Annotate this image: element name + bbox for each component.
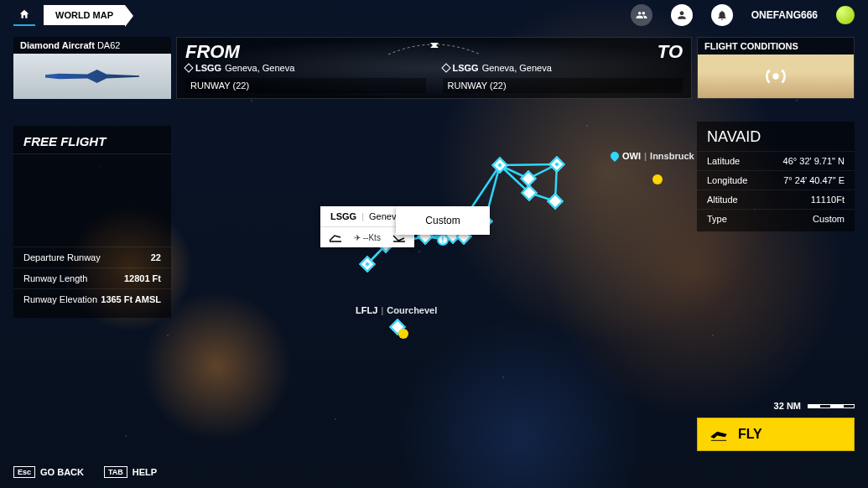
group-icon: [636, 9, 647, 21]
bell-icon: [716, 9, 728, 21]
navaid-label: Altitude: [707, 195, 738, 205]
diamond-icon: [441, 63, 450, 72]
poi-marker[interactable]: [398, 329, 408, 339]
custom-popup[interactable]: Custom: [396, 206, 490, 235]
poi-marker[interactable]: [652, 174, 663, 184]
tab-key: TAB: [104, 466, 127, 478]
aircraft-model: DA62: [97, 40, 121, 50]
navaid-title: NAVAID: [697, 128, 855, 151]
pin-icon: [609, 150, 621, 162]
notifications-icon-button[interactable]: [711, 4, 733, 26]
navaid-row: Altitude11110Ft: [697, 189, 855, 209]
go-back-hint[interactable]: Esc GO BACK: [13, 466, 84, 478]
fly-label: FLY: [738, 427, 762, 442]
label-code: LFLJ: [356, 305, 377, 315]
ff-value: 1365 Ft AMSL: [101, 294, 161, 304]
ff-row: Runway Length12801 Ft: [13, 267, 171, 288]
free-flight-panel: FREE FLIGHT Departure Runway22 Runway Le…: [13, 126, 171, 318]
breadcrumb[interactable]: WORLD MAP: [44, 5, 125, 25]
profile-icon-button[interactable]: [671, 4, 693, 26]
free-flight-title: FREE FLIGHT: [13, 134, 171, 154]
help-hint[interactable]: TAB HELP: [104, 466, 157, 478]
ff-row: Departure Runway22: [13, 247, 171, 267]
navaid-row: Longitude7° 24' 40.47" E: [697, 170, 855, 189]
ff-label: Runway Elevation: [23, 294, 97, 304]
navaid-value: 11110Ft: [811, 195, 845, 205]
to-label: TO: [657, 41, 683, 63]
navaid-value: Custom: [813, 214, 845, 224]
aircraft-image: [13, 54, 171, 99]
svg-point-0: [772, 73, 779, 80]
map-label-courchevel[interactable]: LFLJ | Courchevel: [356, 305, 437, 315]
to-name: Geneva, Geneva: [482, 63, 552, 73]
group-icon-button[interactable]: [631, 4, 652, 26]
navaid-label: Latitude: [707, 156, 740, 166]
esc-key: Esc: [13, 466, 35, 478]
takeoff-icon: [709, 427, 728, 442]
ff-value: 12801 Ft: [124, 273, 161, 283]
navaid-value: 46° 32' 9.71" N: [783, 156, 845, 166]
navaid-row: TypeCustom: [697, 209, 855, 228]
help-label: HELP: [133, 467, 157, 477]
label-code: OWI: [622, 151, 641, 161]
fly-button[interactable]: FLY: [697, 418, 855, 451]
departure-icon[interactable]: [329, 232, 342, 242]
home-button[interactable]: [13, 4, 35, 26]
aircraft-card[interactable]: Diamond Aircraft DA62: [13, 37, 171, 99]
popup-kts: ✈ --Kts: [354, 233, 381, 242]
username: ONEFANG666: [751, 9, 818, 21]
ff-label: Departure Runway: [23, 252, 101, 262]
from-code: LSGG: [195, 63, 221, 73]
diamond-icon: [184, 63, 193, 72]
from-runway[interactable]: RUNWAY (22): [185, 78, 426, 93]
navaid-label: Longitude: [707, 175, 747, 185]
scale-label: 32 NM: [774, 401, 801, 411]
navaid-value: 7° 24' 40.47" E: [783, 175, 845, 185]
from-label: FROM: [185, 41, 240, 63]
ff-value: 22: [151, 252, 161, 262]
user-avatar[interactable]: [836, 6, 855, 24]
map-label-innsbruck[interactable]: OWI | Innsbruck: [611, 151, 694, 161]
map-scale: 32 NM: [774, 401, 855, 411]
to-code: LSGG: [453, 63, 479, 73]
flight-conditions-card[interactable]: FLIGHT CONDITIONS: [697, 37, 855, 99]
popup-code: LSGG: [330, 211, 356, 221]
go-back-label: GO BACK: [40, 467, 84, 477]
route-arc-icon: [384, 39, 485, 56]
to-runway[interactable]: RUNWAY (22): [443, 78, 683, 93]
navaid-row: Latitude46° 32' 9.71" N: [697, 151, 855, 170]
conditions-title: FLIGHT CONDITIONS: [698, 38, 854, 55]
from-name: Geneva, Geneva: [225, 63, 294, 73]
ff-row: Runway Elevation1365 Ft AMSL: [13, 288, 171, 309]
aircraft-make: Diamond Aircraft: [20, 40, 95, 50]
route-card[interactable]: FROM TO LSGG Geneva, Geneva RUNWAY (22) …: [176, 37, 692, 99]
navaid-label: Type: [707, 214, 727, 224]
popup2-label: Custom: [425, 215, 460, 226]
label-name: Innsbruck: [650, 151, 694, 161]
ff-label: Runway Length: [23, 273, 87, 283]
breadcrumb-label: WORLD MAP: [55, 10, 113, 20]
label-name: Courchevel: [387, 305, 437, 315]
user-icon: [676, 9, 688, 21]
broadcast-icon: [763, 64, 788, 89]
navaid-panel: NAVAID Latitude46° 32' 9.71" N Longitude…: [697, 122, 855, 231]
home-icon: [18, 8, 30, 20]
